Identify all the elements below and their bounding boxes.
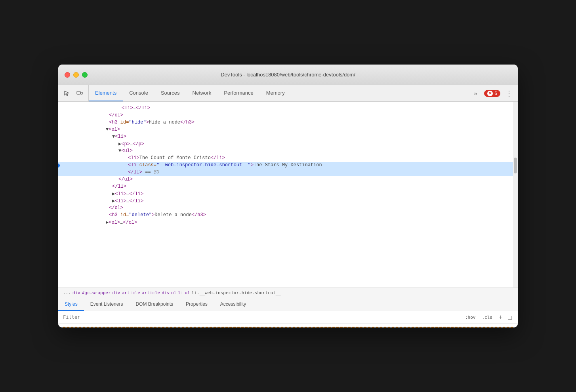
tab-styles[interactable]: Styles	[58, 298, 84, 311]
tab-elements[interactable]: Elements	[89, 85, 123, 101]
cls-button[interactable]: .cls	[481, 314, 494, 321]
breadcrumb-item-div1[interactable]: div	[72, 290, 80, 295]
dom-line[interactable]: ▼<li>	[58, 133, 518, 141]
expand-arrow[interactable]: ▼	[112, 134, 115, 139]
dom-line[interactable]: ▶<p>…</p>	[58, 141, 518, 148]
close-button[interactable]	[65, 72, 70, 78]
settings-menu-button[interactable]: ⋮	[504, 88, 515, 99]
svg-rect-0	[77, 91, 80, 94]
dom-line[interactable]: ▶<ol>…</ol>	[58, 219, 518, 226]
breadcrumb-item-div3[interactable]: div	[162, 290, 170, 295]
dom-line[interactable]: ▼<ol>	[58, 126, 518, 133]
dom-line[interactable]: </ul>	[58, 176, 518, 183]
scrollbar-thumb[interactable]	[514, 158, 517, 173]
breadcrumb-item-article1[interactable]: article	[122, 290, 140, 295]
error-badge[interactable]: ✕ 6	[484, 90, 500, 97]
dom-line-selected[interactable]: <li class="__web-inspector-hide-shortcut…	[58, 162, 518, 169]
error-icon: ✕	[487, 91, 493, 96]
dom-line-selected-close[interactable]: </li> == $0	[58, 169, 518, 176]
hov-button[interactable]: :hov	[463, 314, 477, 321]
dashed-border-indicator	[63, 327, 513, 327]
selection-indicator	[58, 164, 60, 167]
devtools-toolbar: Elements Console Sources Network Perform…	[58, 85, 518, 102]
dom-scrollbar[interactable]	[513, 102, 518, 287]
expand-arrow[interactable]: ▶	[112, 198, 115, 204]
breadcrumb-item-gc-wrapper[interactable]: #gc-wrapper	[82, 290, 111, 295]
breadcrumb-item-ul[interactable]: ul	[185, 290, 190, 295]
tab-dom-breakpoints[interactable]: DOM Breakpoints	[129, 298, 179, 311]
devtools-window: DevTools - localhost:8080/web/tools/chro…	[58, 65, 518, 327]
dom-line[interactable]: <h3 id="hide">Hide a node</h3>	[58, 119, 518, 126]
breadcrumb-item-article2[interactable]: article	[142, 290, 160, 295]
dom-line[interactable]: </ol>	[58, 112, 518, 119]
minimize-button[interactable]	[73, 72, 79, 78]
dom-line[interactable]: <li>…</li>	[58, 105, 518, 112]
tab-properties[interactable]: Properties	[179, 298, 214, 311]
tab-event-listeners[interactable]: Event Listeners	[84, 298, 130, 311]
expand-arrow[interactable]: ▼	[106, 127, 109, 132]
dom-line[interactable]: <h3 id="delete">Delete a node</h3>	[58, 212, 518, 219]
add-style-button[interactable]: +	[497, 314, 504, 321]
inspect-element-icon[interactable]	[61, 88, 72, 99]
more-tabs-button[interactable]: »	[470, 88, 481, 99]
breadcrumb: ... div #gc-wrapper div article article …	[58, 288, 518, 298]
breadcrumb-item-div2[interactable]: div	[113, 290, 120, 295]
tab-network[interactable]: Network	[186, 85, 218, 101]
dom-line[interactable]: ▶<li>…</li>	[58, 190, 518, 198]
tab-console[interactable]: Console	[123, 85, 154, 101]
expand-arrow[interactable]: ▶	[106, 219, 109, 225]
tab-performance[interactable]: Performance	[217, 85, 259, 101]
tab-memory[interactable]: Memory	[260, 85, 291, 101]
expand-arrow[interactable]: ▶	[118, 141, 121, 147]
breadcrumb-item-active[interactable]: li.__web-inspector-hide-shortcut__	[192, 290, 281, 295]
main-tabs: Elements Console Sources Network Perform…	[89, 85, 467, 101]
dom-line[interactable]: ▼<ul>	[58, 148, 518, 155]
toolbar-right: » ✕ 6 ⋮	[467, 85, 518, 101]
expand-arrow[interactable]: ▼	[118, 148, 121, 154]
dom-line[interactable]: ▶<li>…</li>	[58, 198, 518, 205]
dom-line[interactable]: </li>	[58, 183, 518, 190]
toolbar-left-icons	[58, 85, 89, 101]
dom-line[interactable]: </ol>	[58, 205, 518, 212]
styles-tabs: Styles Event Listeners DOM Breakpoints P…	[58, 298, 518, 311]
dom-panel: <li>…</li> </ol> <h3 id="hide">Hide a no…	[58, 102, 518, 288]
breadcrumb-ellipsis: ...	[63, 290, 71, 295]
styles-filter-bar: :hov .cls +	[58, 311, 518, 323]
tab-sources[interactable]: Sources	[154, 85, 186, 101]
window-title: DevTools - localhost:8080/web/tools/chro…	[221, 72, 355, 78]
window-controls	[65, 72, 88, 78]
tab-accessibility[interactable]: Accessibility	[214, 298, 252, 311]
titlebar: DevTools - localhost:8080/web/tools/chro…	[58, 65, 518, 85]
resize-handle[interactable]	[507, 315, 513, 321]
dom-line[interactable]: <li>The Count of Monte Cristo</li>	[58, 155, 518, 162]
maximize-button[interactable]	[82, 72, 88, 78]
svg-rect-1	[81, 92, 82, 94]
device-toolbar-icon[interactable]	[74, 88, 85, 99]
filter-input[interactable]	[63, 314, 460, 320]
expand-arrow[interactable]: ▶	[112, 191, 115, 197]
breadcrumb-item-ol[interactable]: ol	[171, 290, 176, 295]
styles-panel: Styles Event Listeners DOM Breakpoints P…	[58, 298, 518, 327]
breadcrumb-item-li[interactable]: li	[178, 290, 183, 295]
